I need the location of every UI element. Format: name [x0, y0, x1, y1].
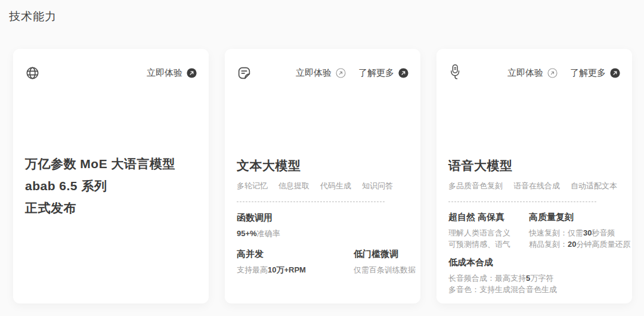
section-natural: 超自然 高保真 理解人类语言含义 可预测情感、语气 — [448, 212, 529, 250]
microphone-icon — [448, 63, 462, 83]
card-text-model: 立即体验 了解更多 文本大模型 多轮记忆 信息提取 代码生成 知识问答 — [225, 49, 420, 303]
text-segment: 可预测情感、语气 — [448, 240, 510, 249]
tag: 信息提取 — [278, 181, 309, 191]
section-detail: 快速复刻：仅需30秒音频 — [529, 227, 630, 238]
text-segment: 精品复刻： — [529, 240, 568, 249]
globe-icon — [25, 66, 40, 80]
text-segment: 多音色：支持生成混合音色生成 — [448, 285, 557, 294]
arrow-up-right-filled-icon — [398, 68, 408, 78]
dashed-divider — [237, 202, 385, 202]
arrow-up-right-filled-icon — [610, 68, 620, 78]
section-heading: 函数调用 — [237, 212, 408, 224]
text-segment: 长音频合成：最高支持 — [448, 274, 526, 283]
tag: 知识问答 — [362, 181, 393, 191]
section-heading: 高并发 — [237, 249, 354, 260]
try-now-label: 立即体验 — [507, 67, 543, 79]
card-llm-links: 立即体验 — [147, 67, 197, 79]
section-detail: 可预测情感、语气 — [448, 238, 529, 250]
arrow-up-right-outline-icon — [336, 68, 346, 78]
section-detail: 理解人类语言含义 — [448, 227, 529, 238]
section-heading: 高质量复刻 — [529, 212, 630, 223]
tag: 自动适配文本 — [571, 181, 617, 191]
section-detail: 支持最高10万+RPM — [237, 264, 354, 275]
section-columns: 超自然 高保真 理解人类语言含义 可预测情感、语气 高质量复刻 快速复刻：仅需3… — [448, 212, 620, 250]
text-segment: 万字符 — [530, 274, 553, 283]
card-speech-header: 立即体验 了解更多 — [448, 62, 620, 83]
section-detail: 95+%准确率 — [237, 228, 408, 239]
text-segment: 支持最高 — [237, 265, 268, 274]
tag: 多品质音色复刻 — [448, 181, 503, 191]
card-text-title: 文本大模型 — [237, 157, 408, 174]
document-icon — [237, 66, 252, 80]
text-segment: 95+% — [237, 229, 257, 238]
text-segment: 快速复刻：仅需 — [529, 228, 583, 237]
card-speech-tags: 多品质音色复刻 语音在线合成 自动适配文本 — [448, 181, 620, 191]
section-heading: 低成本合成 — [448, 257, 620, 268]
text-segment: 10万+RPM — [268, 265, 306, 274]
section-lowcost: 低成本合成 长音频合成：最高支持5万字符 多音色：支持生成混合音色生成 — [448, 257, 620, 295]
tag: 代码生成 — [320, 181, 351, 191]
text-segment: 准确率 — [257, 229, 280, 238]
arrow-up-right-filled-icon — [187, 68, 197, 78]
try-now-label: 立即体验 — [147, 67, 182, 79]
card-llm: 立即体验 万亿参数 MoE 大语言模型 abab 6.5 系列 正式发布 — [13, 49, 209, 303]
tag: 语音在线合成 — [513, 181, 560, 191]
card-speech-title: 语音大模型 — [448, 157, 620, 174]
dashed-divider — [448, 202, 596, 202]
section-detail: 多音色：支持生成混合音色生成 — [448, 284, 620, 295]
section-detail: 仅需百条训练数据 — [354, 264, 416, 275]
title-line: 正式发布 — [25, 197, 197, 219]
learn-more-link[interactable]: 了解更多 — [570, 67, 620, 79]
tag: 多轮记忆 — [237, 181, 268, 191]
card-text-links: 立即体验 了解更多 — [296, 67, 408, 79]
card-text-tags: 多轮记忆 信息提取 代码生成 知识问答 — [237, 181, 408, 191]
title-line: abab 6.5 系列 — [25, 175, 197, 197]
section-clone: 高质量复刻 快速复刻：仅需30秒音频 精品复刻：20分钟高质量还原 — [529, 212, 630, 250]
title-line: 万亿参数 MoE 大语言模型 — [25, 153, 197, 175]
try-now-link[interactable]: 立即体验 — [296, 67, 346, 79]
try-now-link[interactable]: 立即体验 — [147, 67, 197, 79]
section-detail: 长音频合成：最高支持5万字符 — [448, 272, 620, 284]
text-segment: 仅需百条训练数据 — [354, 265, 416, 274]
card-llm-header: 立即体验 — [25, 62, 197, 83]
section-function-call: 函数调用 95+%准确率 — [237, 212, 408, 239]
text-segment: 分钟高质量还原 — [576, 240, 630, 249]
learn-more-label: 了解更多 — [570, 67, 606, 79]
card-speech-links: 立即体验 了解更多 — [507, 67, 620, 79]
section-heading: 低门槛微调 — [354, 249, 416, 260]
text-segment: 30 — [583, 228, 592, 237]
try-now-link[interactable]: 立即体验 — [507, 67, 558, 79]
section-detail: 精品复刻：20分钟高质量还原 — [529, 238, 630, 250]
learn-more-link[interactable]: 了解更多 — [358, 67, 408, 79]
learn-more-label: 了解更多 — [358, 67, 394, 79]
text-segment: 理解人类语言含义 — [448, 228, 510, 237]
card-text-header: 立即体验 了解更多 — [237, 62, 408, 83]
text-segment: 20 — [568, 240, 576, 249]
section-concurrency: 高并发 支持最高10万+RPM — [237, 249, 354, 275]
section-heading: 超自然 高保真 — [448, 212, 529, 223]
cards-row: 立即体验 万亿参数 MoE 大语言模型 abab 6.5 系列 正式发布 — [13, 49, 632, 303]
section-finetune: 低门槛微调 仅需百条训练数据 — [354, 249, 416, 275]
text-segment: 秒音频 — [592, 228, 615, 237]
try-now-label: 立即体验 — [296, 67, 332, 79]
card-speech-model: 立即体验 了解更多 语音大模型 多品质音色复刻 语音在线合成 自动适配文本 — [436, 49, 632, 303]
arrow-up-right-outline-icon — [547, 68, 558, 78]
card-llm-title: 万亿参数 MoE 大语言模型 abab 6.5 系列 正式发布 — [25, 153, 197, 219]
section-columns: 高并发 支持最高10万+RPM 低门槛微调 仅需百条训练数据 — [237, 249, 408, 275]
page-title: 技术能力 — [9, 9, 57, 24]
